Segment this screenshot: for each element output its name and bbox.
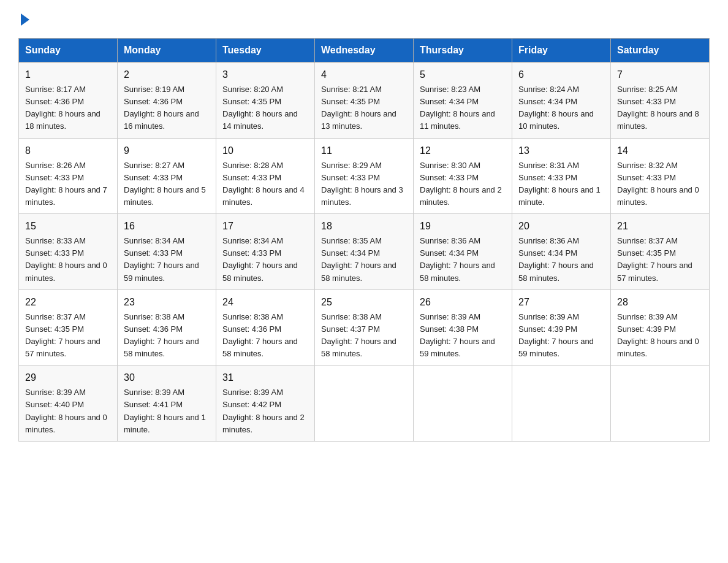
day-info: Sunrise: 8:33 AMSunset: 4:33 PMDaylight:… xyxy=(25,235,111,285)
day-number: 22 xyxy=(25,295,111,310)
table-row: 8Sunrise: 8:26 AMSunset: 4:33 PMDaylight… xyxy=(19,138,118,214)
day-number: 12 xyxy=(420,144,506,158)
day-info: Sunrise: 8:26 AMSunset: 4:33 PMDaylight:… xyxy=(25,159,111,209)
table-row: 2Sunrise: 8:19 AMSunset: 4:36 PMDaylight… xyxy=(118,63,216,139)
day-number: 25 xyxy=(321,295,407,310)
table-row: 22Sunrise: 8:37 AMSunset: 4:35 PMDayligh… xyxy=(19,289,118,366)
calendar-week-row: 15Sunrise: 8:33 AMSunset: 4:33 PMDayligh… xyxy=(19,214,710,290)
day-info: Sunrise: 8:24 AMSunset: 4:34 PMDaylight:… xyxy=(518,83,604,133)
table-row: 18Sunrise: 8:35 AMSunset: 4:34 PMDayligh… xyxy=(315,214,414,290)
day-number: 9 xyxy=(124,144,210,158)
day-number: 27 xyxy=(518,295,604,310)
day-number: 24 xyxy=(222,295,308,310)
day-info: Sunrise: 8:39 AMSunset: 4:42 PMDaylight:… xyxy=(222,386,308,436)
day-info: Sunrise: 8:39 AMSunset: 4:41 PMDaylight:… xyxy=(124,386,210,436)
table-row: 13Sunrise: 8:31 AMSunset: 4:33 PMDayligh… xyxy=(512,138,611,214)
day-number: 7 xyxy=(617,67,703,82)
page-header xyxy=(18,12,710,26)
table-row: 25Sunrise: 8:38 AMSunset: 4:37 PMDayligh… xyxy=(315,289,414,366)
calendar-week-row: 1Sunrise: 8:17 AMSunset: 4:36 PMDaylight… xyxy=(19,63,710,139)
day-number: 6 xyxy=(518,67,604,82)
day-number: 2 xyxy=(124,67,210,82)
day-number: 3 xyxy=(222,67,308,82)
day-info: Sunrise: 8:32 AMSunset: 4:33 PMDaylight:… xyxy=(617,159,703,209)
table-row: 19Sunrise: 8:36 AMSunset: 4:34 PMDayligh… xyxy=(414,214,512,290)
day-info: Sunrise: 8:39 AMSunset: 4:38 PMDaylight:… xyxy=(420,311,506,361)
col-tuesday: Tuesday xyxy=(216,39,315,63)
day-info: Sunrise: 8:29 AMSunset: 4:33 PMDaylight:… xyxy=(321,159,407,209)
day-number: 11 xyxy=(321,144,407,158)
col-saturday: Saturday xyxy=(611,39,710,63)
day-info: Sunrise: 8:38 AMSunset: 4:36 PMDaylight:… xyxy=(222,311,308,361)
table-row: 3Sunrise: 8:20 AMSunset: 4:35 PMDaylight… xyxy=(216,63,315,139)
table-row: 30Sunrise: 8:39 AMSunset: 4:41 PMDayligh… xyxy=(118,366,216,442)
table-row: 4Sunrise: 8:21 AMSunset: 4:35 PMDaylight… xyxy=(315,63,414,139)
logo xyxy=(18,12,31,26)
logo-triangle-icon xyxy=(21,13,29,26)
day-number: 17 xyxy=(222,219,308,234)
table-row: 29Sunrise: 8:39 AMSunset: 4:40 PMDayligh… xyxy=(19,366,118,442)
table-row: 24Sunrise: 8:38 AMSunset: 4:36 PMDayligh… xyxy=(216,289,315,366)
day-number: 1 xyxy=(25,67,111,82)
day-info: Sunrise: 8:36 AMSunset: 4:34 PMDaylight:… xyxy=(518,235,604,285)
table-row: 10Sunrise: 8:28 AMSunset: 4:33 PMDayligh… xyxy=(216,138,315,214)
col-wednesday: Wednesday xyxy=(315,39,414,63)
day-number: 10 xyxy=(222,144,308,158)
day-info: Sunrise: 8:27 AMSunset: 4:33 PMDaylight:… xyxy=(124,159,210,209)
day-info: Sunrise: 8:37 AMSunset: 4:35 PMDaylight:… xyxy=(617,235,703,285)
day-number: 5 xyxy=(420,67,506,82)
day-number: 16 xyxy=(124,219,210,234)
col-thursday: Thursday xyxy=(414,39,512,63)
day-number: 14 xyxy=(617,144,703,158)
day-number: 30 xyxy=(124,370,210,385)
day-info: Sunrise: 8:39 AMSunset: 4:40 PMDaylight:… xyxy=(25,386,111,436)
day-info: Sunrise: 8:25 AMSunset: 4:33 PMDaylight:… xyxy=(617,83,703,133)
table-row: 7Sunrise: 8:25 AMSunset: 4:33 PMDaylight… xyxy=(611,63,710,139)
table-row: 28Sunrise: 8:39 AMSunset: 4:39 PMDayligh… xyxy=(611,289,710,366)
day-number: 23 xyxy=(124,295,210,310)
table-row: 9Sunrise: 8:27 AMSunset: 4:33 PMDaylight… xyxy=(118,138,216,214)
calendar-header-row: Sunday Monday Tuesday Wednesday Thursday… xyxy=(19,39,710,63)
day-info: Sunrise: 8:39 AMSunset: 4:39 PMDaylight:… xyxy=(518,311,604,361)
day-info: Sunrise: 8:38 AMSunset: 4:37 PMDaylight:… xyxy=(321,311,407,361)
table-row: 12Sunrise: 8:30 AMSunset: 4:33 PMDayligh… xyxy=(414,138,512,214)
day-number: 8 xyxy=(25,144,111,158)
calendar-table: Sunday Monday Tuesday Wednesday Thursday… xyxy=(18,38,710,442)
table-row xyxy=(414,366,512,442)
table-row xyxy=(315,366,414,442)
table-row xyxy=(512,366,611,442)
day-info: Sunrise: 8:39 AMSunset: 4:39 PMDaylight:… xyxy=(617,311,703,361)
day-number: 18 xyxy=(321,219,407,234)
day-number: 15 xyxy=(25,219,111,234)
calendar-week-row: 29Sunrise: 8:39 AMSunset: 4:40 PMDayligh… xyxy=(19,366,710,442)
day-info: Sunrise: 8:31 AMSunset: 4:33 PMDaylight:… xyxy=(518,159,604,209)
day-info: Sunrise: 8:28 AMSunset: 4:33 PMDaylight:… xyxy=(222,159,308,209)
table-row: 31Sunrise: 8:39 AMSunset: 4:42 PMDayligh… xyxy=(216,366,315,442)
table-row: 15Sunrise: 8:33 AMSunset: 4:33 PMDayligh… xyxy=(19,214,118,290)
day-number: 4 xyxy=(321,67,407,82)
table-row: 6Sunrise: 8:24 AMSunset: 4:34 PMDaylight… xyxy=(512,63,611,139)
col-sunday: Sunday xyxy=(19,39,118,63)
day-info: Sunrise: 8:34 AMSunset: 4:33 PMDaylight:… xyxy=(222,235,308,285)
table-row: 14Sunrise: 8:32 AMSunset: 4:33 PMDayligh… xyxy=(611,138,710,214)
calendar-week-row: 22Sunrise: 8:37 AMSunset: 4:35 PMDayligh… xyxy=(19,289,710,366)
day-number: 21 xyxy=(617,219,703,234)
table-row: 26Sunrise: 8:39 AMSunset: 4:38 PMDayligh… xyxy=(414,289,512,366)
day-info: Sunrise: 8:36 AMSunset: 4:34 PMDaylight:… xyxy=(420,235,506,285)
table-row: 11Sunrise: 8:29 AMSunset: 4:33 PMDayligh… xyxy=(315,138,414,214)
col-monday: Monday xyxy=(118,39,216,63)
day-info: Sunrise: 8:34 AMSunset: 4:33 PMDaylight:… xyxy=(124,235,210,285)
calendar-week-row: 8Sunrise: 8:26 AMSunset: 4:33 PMDaylight… xyxy=(19,138,710,214)
day-info: Sunrise: 8:30 AMSunset: 4:33 PMDaylight:… xyxy=(420,159,506,209)
day-info: Sunrise: 8:19 AMSunset: 4:36 PMDaylight:… xyxy=(124,83,210,133)
day-number: 19 xyxy=(420,219,506,234)
day-info: Sunrise: 8:20 AMSunset: 4:35 PMDaylight:… xyxy=(222,83,308,133)
table-row: 27Sunrise: 8:39 AMSunset: 4:39 PMDayligh… xyxy=(512,289,611,366)
day-number: 28 xyxy=(617,295,703,310)
table-row: 16Sunrise: 8:34 AMSunset: 4:33 PMDayligh… xyxy=(118,214,216,290)
day-info: Sunrise: 8:37 AMSunset: 4:35 PMDaylight:… xyxy=(25,311,111,361)
table-row: 20Sunrise: 8:36 AMSunset: 4:34 PMDayligh… xyxy=(512,214,611,290)
day-info: Sunrise: 8:21 AMSunset: 4:35 PMDaylight:… xyxy=(321,83,407,133)
table-row: 17Sunrise: 8:34 AMSunset: 4:33 PMDayligh… xyxy=(216,214,315,290)
table-row: 23Sunrise: 8:38 AMSunset: 4:36 PMDayligh… xyxy=(118,289,216,366)
